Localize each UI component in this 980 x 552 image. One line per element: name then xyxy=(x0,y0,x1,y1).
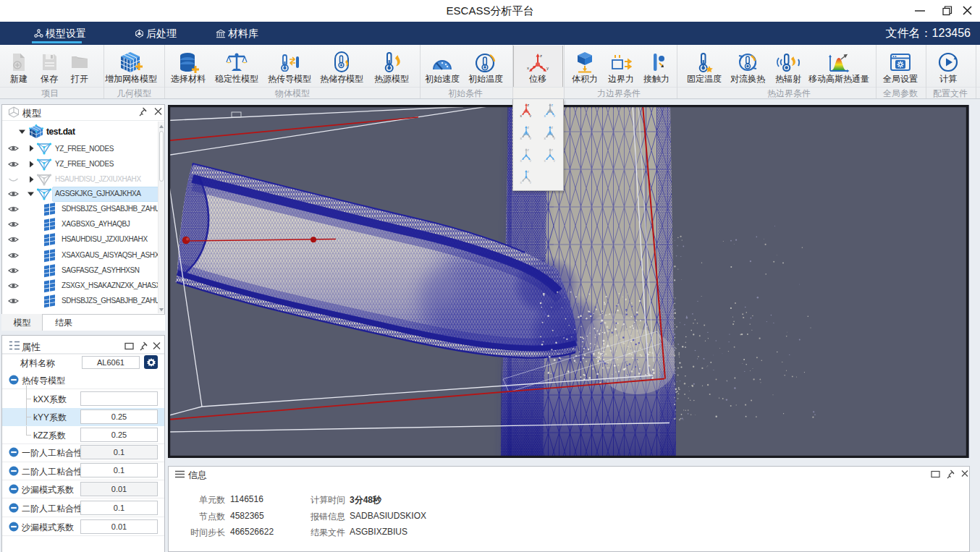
svg-text:y: y xyxy=(530,114,532,118)
svg-text:y: y xyxy=(530,136,532,140)
svg-text:y: y xyxy=(554,158,556,163)
svg-text:x: x xyxy=(544,136,546,140)
svg-text:z: z xyxy=(552,103,554,107)
svg-text:z: z xyxy=(528,148,530,152)
svg-text:x: x xyxy=(544,158,546,163)
svg-text:x: x xyxy=(520,114,523,118)
svg-text:x: x xyxy=(520,180,523,184)
svg-text:x: x xyxy=(520,136,523,140)
svg-text:z: z xyxy=(528,169,530,174)
svg-text:x: x xyxy=(544,114,546,118)
svg-text:y: y xyxy=(554,136,556,140)
svg-text:z: z xyxy=(552,125,554,129)
svg-text:y: y xyxy=(530,158,532,163)
svg-text:x: x xyxy=(520,158,523,163)
svg-text:z: z xyxy=(528,103,530,107)
svg-text:y: y xyxy=(546,66,549,70)
svg-text:z: z xyxy=(540,54,542,58)
svg-text:z: z xyxy=(528,125,530,129)
svg-text:y: y xyxy=(530,180,532,184)
svg-text:y: y xyxy=(554,114,556,118)
svg-text:x: x xyxy=(527,66,529,70)
svg-text:z: z xyxy=(552,148,554,152)
